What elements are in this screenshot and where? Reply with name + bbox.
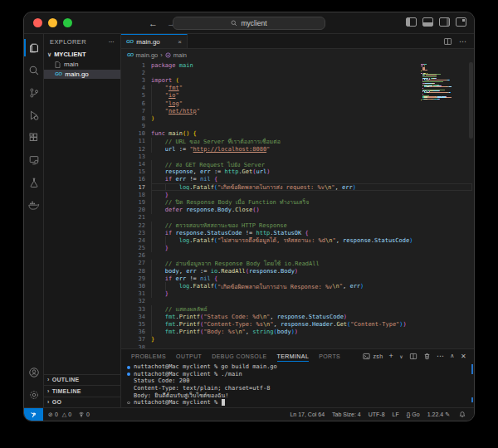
close-window-button[interactable]	[33, 18, 42, 27]
command-center-text: myclient	[241, 19, 266, 27]
breadcrumb: GO main.go › main	[121, 49, 474, 61]
code-line: 14// ส่ง GET Request ไปยัง Server	[121, 160, 474, 168]
kill-terminal-trash-icon[interactable]	[423, 353, 431, 360]
new-terminal-icon[interactable]: +	[389, 352, 394, 360]
file-label: main.go	[65, 71, 88, 78]
customize-layout-icon[interactable]	[456, 17, 466, 27]
explorer-more-icon[interactable]: ⋯	[109, 38, 115, 46]
error-icon: ⊘	[48, 411, 53, 418]
chevron-down-icon: ∨	[47, 51, 51, 58]
docker-icon[interactable]	[24, 193, 43, 216]
remote-indicator[interactable]	[24, 408, 43, 421]
close-tab-icon[interactable]: ×	[178, 38, 182, 46]
file-item-main[interactable]: main	[44, 60, 120, 70]
code-line: 36fmt.Printf("Body: %s\n", string(body))	[121, 329, 474, 336]
status-item-utf-8[interactable]: UTF-8	[369, 411, 385, 417]
code-line: 22// ตรวจสอบรหัสสถานะของ HTTP Response	[121, 222, 474, 229]
status-item-ln-17-col-64[interactable]: Ln 17, Col 64	[290, 411, 325, 417]
tab-label: main.go	[136, 38, 159, 46]
explorer-icon[interactable]	[24, 37, 43, 59]
panel-tab-debug-console[interactable]: DEBUG CONSOLE	[212, 349, 266, 363]
binary-file-icon	[55, 61, 61, 68]
code-line: 20defer response.Body.Close()	[121, 207, 474, 214]
extensions-icon[interactable]	[24, 126, 43, 149]
breadcrumb-symbol[interactable]: main	[173, 51, 187, 59]
go-file-icon: GO	[55, 71, 61, 76]
toggle-panel-icon[interactable]	[422, 17, 433, 27]
split-terminal-icon[interactable]	[409, 353, 417, 360]
warning-icon: △	[62, 411, 66, 418]
close-panel-icon[interactable]: ✕	[461, 353, 466, 360]
window-controls	[33, 18, 72, 27]
account-icon[interactable]	[24, 361, 43, 383]
section-go[interactable]: ›GO	[44, 397, 120, 408]
testing-icon[interactable]	[24, 171, 43, 193]
terminal-icon	[363, 353, 370, 360]
minimap[interactable]	[421, 64, 452, 101]
ports-indicator[interactable]: 0	[78, 411, 90, 418]
status-item-tab-size-4[interactable]: Tab Size: 4	[332, 411, 361, 417]
remote-explorer-icon[interactable]	[24, 149, 43, 171]
terminal-line: nuttachot@Mac myclient % go build main.g…	[126, 363, 474, 371]
toggle-primary-sidebar-icon[interactable]	[406, 17, 417, 27]
chevron-right-icon: ›	[47, 377, 50, 382]
editor-group: GO main.go × ⋯ GO main.go › main	[121, 34, 474, 348]
minimize-window-button[interactable]	[48, 18, 57, 27]
settings-gear-icon[interactable]	[24, 383, 43, 406]
code-line: 17log.Fatalf("เกิดข้อผิดพลาดในการส่ง req…	[121, 183, 474, 191]
folder-root[interactable]: ∨ MYCLIENT	[44, 49, 120, 60]
code-line: 25}	[121, 245, 474, 252]
ports-icon	[78, 411, 85, 418]
file-item-main.go[interactable]: GOmain.go	[44, 70, 120, 80]
code-line: 7"net/http"	[121, 107, 474, 114]
search-icon[interactable]	[24, 59, 43, 81]
code-line: 27// อ่านข้อมูลจาก Response Body โดยใช้ …	[121, 260, 474, 267]
panel-tab-problems[interactable]: PROBLEMS	[131, 349, 166, 363]
split-editor-icon[interactable]	[443, 37, 452, 46]
maximize-window-button[interactable]	[63, 18, 72, 27]
explorer-sidebar: EXPLORER ⋯ ∨ MYCLIENT mainGOmain.go ›OUT…	[44, 34, 121, 407]
breadcrumb-file[interactable]: main.go	[136, 51, 159, 59]
shell-selector[interactable]: zsh	[363, 353, 383, 360]
code-line: 11// URL ของ Server ที่เราต้องการเชื่อมต…	[121, 138, 474, 145]
terminal[interactable]: nuttachot@Mac myclient % go build main.g…	[121, 363, 474, 407]
code-line: 31}	[121, 290, 474, 298]
tab-bar: GO main.go × ⋯	[121, 34, 474, 49]
problems-indicator[interactable]: ⊘0 △0	[48, 411, 71, 418]
back-icon[interactable]: ←	[149, 18, 158, 28]
explorer-title: EXPLORER	[50, 38, 86, 46]
panel-tab-terminal[interactable]: TERMINAL	[277, 349, 310, 363]
panel-tab-output[interactable]: OUTPUT	[176, 349, 202, 363]
section-timeline[interactable]: ›TIMELINE	[44, 385, 120, 397]
maximize-panel-icon[interactable]: ∧	[450, 353, 455, 359]
status-item-go[interactable]: {} Go	[407, 411, 420, 417]
code-line: 34fmt.Printf("Status Code: %d\n", respon…	[121, 313, 474, 320]
go-file-icon: GO	[127, 52, 134, 57]
terminal-line: nuttachot@Mac myclient % ./main	[126, 371, 474, 378]
run-debug-icon[interactable]	[24, 104, 43, 126]
panel-tab-ports[interactable]: PORTS	[319, 349, 340, 363]
chevron-right-icon: ›	[47, 399, 50, 405]
status-item-lf[interactable]: LF	[393, 411, 399, 417]
status-item-1-22-4[interactable]: 1.22.4 ✎	[427, 411, 450, 418]
terminal-dropdown-icon[interactable]: ∨	[399, 353, 403, 359]
code-line: 15response, err := http.Get(url)	[121, 168, 474, 176]
editor-more-actions-icon[interactable]: ⋯	[459, 37, 466, 46]
section-outline[interactable]: ›OUTLINE	[44, 374, 120, 386]
source-control-icon[interactable]	[24, 81, 43, 104]
editor-scrollbar[interactable]	[469, 62, 473, 139]
toggle-secondary-sidebar-icon[interactable]	[439, 17, 450, 27]
terminal-cursor	[222, 399, 225, 406]
code-line: 30log.Fatalf("เกิดข้อผิดพลาดในการอ่าน Re…	[121, 282, 474, 290]
title-bar: ← → myclient	[24, 12, 474, 34]
notifications-bell-icon[interactable]	[459, 411, 466, 418]
code-editor[interactable]: 1package main23import (4"fmt"5"io"6"log"…	[121, 61, 474, 348]
terminal-line: nuttachot@Mac myclient %	[126, 399, 474, 407]
code-line: 28body, err := io.ReadAll(response.Body)	[121, 267, 474, 275]
code-line: 37}	[121, 336, 474, 343]
tab-main-go[interactable]: GO main.go ×	[121, 34, 188, 48]
vscode-window: ← → myclient	[23, 12, 475, 421]
command-center-search[interactable]: myclient	[173, 17, 325, 30]
terminal-line: Status Code: 200	[126, 377, 474, 385]
panel-more-actions-icon[interactable]: ⋯	[437, 352, 444, 360]
